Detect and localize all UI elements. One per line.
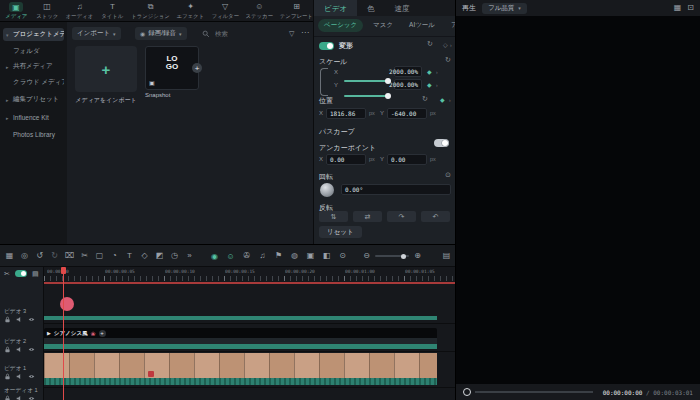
reset-scale-icon[interactable]: ↻: [445, 56, 451, 64]
tab-color[interactable]: 色: [357, 0, 385, 16]
reset-button[interactable]: リセット: [319, 226, 362, 238]
keyframe-icon[interactable]: ◆: [440, 96, 445, 103]
record-toggle-icon[interactable]: ◉: [210, 252, 219, 261]
media-item-thumbnail[interactable]: LO GO ▣ +: [145, 46, 199, 90]
record-dropdown[interactable]: ◉ 録画/録音 ▾: [135, 27, 187, 40]
render-preview-icon[interactable]: ◷: [170, 252, 179, 260]
position-y-value[interactable]: -640.00: [387, 108, 427, 119]
subtab-basic[interactable]: ベーシック: [318, 19, 363, 32]
marker-icon[interactable]: ⚑: [274, 252, 283, 260]
reset-position-icon[interactable]: ↻: [422, 95, 428, 103]
manage-tracks-icon[interactable]: ▦: [5, 252, 14, 260]
path-curve-toggle[interactable]: [434, 139, 449, 147]
tab-stickers[interactable]: ☺ ステッカー: [246, 2, 273, 21]
sidebar-item-shared-media[interactable]: ▸ 共有メディア: [3, 60, 64, 73]
scale-y-slider[interactable]: [344, 95, 389, 97]
mute-icon[interactable]: [16, 346, 23, 353]
quality-dropdown[interactable]: フル品質 ▾: [482, 3, 527, 14]
razor-icon[interactable]: ✂: [4, 270, 10, 277]
keyframe-icon[interactable]: ◇: [443, 41, 448, 48]
film-icon[interactable]: ▤: [32, 270, 39, 277]
undo-icon[interactable]: ↺: [35, 252, 44, 260]
video2-clip-bar[interactable]: [44, 344, 437, 349]
rotation-value[interactable]: 0.00°: [341, 184, 451, 195]
beauty-icon[interactable]: ☺: [226, 252, 235, 261]
split-icon[interactable]: ✂: [80, 252, 89, 260]
flip-vertical-button[interactable]: ⇅: [319, 211, 348, 222]
keyframe-circle-icon[interactable]: ⊙: [445, 171, 451, 179]
keyframe-tool-icon[interactable]: ◇: [140, 252, 149, 260]
video-viewport[interactable]: [456, 16, 700, 384]
scale-y-value[interactable]: 2000.00%: [394, 79, 422, 90]
zoom-out-icon[interactable]: ⊖: [362, 252, 371, 260]
scrubber-track[interactable]: [475, 391, 593, 393]
position-x-value[interactable]: 1816.86: [326, 108, 366, 119]
keyframe-icon[interactable]: ◆: [427, 81, 432, 88]
speed-icon[interactable]: ◔: [110, 252, 119, 260]
anchor-y-value[interactable]: 0.00: [387, 154, 427, 165]
crop-icon[interactable]: ▢: [95, 252, 104, 260]
add-to-timeline-button[interactable]: +: [192, 63, 202, 73]
visibility-icon[interactable]: [28, 346, 35, 353]
audio-sync-icon[interactable]: ♫: [258, 252, 267, 260]
sidebar-item-edit-presets[interactable]: ▸ 編集プリセット: [3, 93, 64, 106]
camera-icon[interactable]: ✇: [242, 252, 251, 260]
subtab-ai-tools[interactable]: AIツール: [403, 19, 441, 32]
subtab-mask[interactable]: マスク: [367, 19, 399, 32]
timeline-tracks-area[interactable]: 00:00:00 00:00:00:05 00:00:00:10 00:00:0…: [44, 267, 455, 400]
rotate-ccw-button[interactable]: ↶: [421, 211, 450, 222]
mute-icon[interactable]: [16, 316, 23, 323]
tab-audio[interactable]: ♫ オーディオ: [66, 2, 93, 21]
visibility-icon[interactable]: [28, 395, 35, 400]
video3-clip-bar[interactable]: [44, 316, 437, 320]
video1-clip-filmstrip[interactable]: [44, 353, 437, 378]
mute-icon[interactable]: [16, 373, 23, 380]
sidebar-item-project-media[interactable]: ▾ プロジェクトメディア: [3, 28, 64, 41]
link-scale-icon[interactable]: [320, 68, 328, 96]
search-input[interactable]: [213, 29, 297, 38]
video2-clip-header[interactable]: ▶ シアノシス風 ❀ +: [44, 328, 437, 338]
lock-icon[interactable]: [4, 373, 11, 380]
more-tools-icon[interactable]: »: [185, 252, 194, 260]
flip-horizontal-button[interactable]: ⇄: [353, 211, 382, 222]
playhead-line[interactable]: [63, 267, 64, 400]
sidebar-item-photos-library[interactable]: Photos Library: [3, 128, 64, 141]
import-dropdown[interactable]: インポート ▾: [72, 27, 121, 40]
filter-icon[interactable]: ▽: [289, 30, 294, 37]
track-header-toggle[interactable]: [15, 270, 27, 277]
tab-filters[interactable]: ▽ フィルター: [211, 2, 238, 21]
ruler-ticks[interactable]: [44, 276, 455, 281]
lock-icon[interactable]: [4, 395, 11, 400]
anchor-x-value[interactable]: 0.00: [326, 154, 366, 165]
tab-media[interactable]: ▣ メディア: [4, 2, 28, 21]
visibility-icon[interactable]: [28, 316, 35, 323]
sidebar-item-influence-kit[interactable]: ▸ Influence Kit: [3, 111, 64, 124]
mute-icon[interactable]: [16, 395, 23, 400]
rotation-dial[interactable]: [320, 183, 334, 197]
rotate-cw-button[interactable]: ↷: [387, 211, 416, 222]
import-media-tile[interactable]: +: [75, 46, 137, 92]
chroma-key-icon[interactable]: ◩: [155, 252, 164, 260]
tab-titles[interactable]: T タイトル: [100, 2, 124, 21]
more-options-icon[interactable]: ⋯: [301, 29, 309, 37]
zoom-in-icon[interactable]: ⊕: [413, 252, 422, 260]
voiceover-icon[interactable]: ◍: [290, 252, 299, 260]
transform-toggle[interactable]: [319, 42, 334, 50]
delete-icon[interactable]: ⌧: [65, 252, 74, 260]
zoom-slider[interactable]: [375, 255, 409, 257]
tab-stock[interactable]: ◫ ストック: [35, 2, 59, 21]
lock-icon[interactable]: [4, 346, 11, 353]
pip-icon[interactable]: ▣: [306, 252, 315, 260]
scrubber-handle[interactable]: [463, 388, 471, 396]
fullscreen-icon[interactable]: ⊡: [687, 4, 694, 12]
tab-speed[interactable]: 速度: [385, 0, 420, 16]
select-icon[interactable]: ◎: [20, 252, 29, 260]
redo-icon[interactable]: ↻: [50, 252, 59, 260]
tab-transitions[interactable]: ⧉ トランジション: [131, 2, 170, 21]
tab-templates[interactable]: ⊞ テンプレート: [280, 2, 313, 21]
add-effect-icon[interactable]: +: [99, 330, 106, 337]
visibility-icon[interactable]: [28, 373, 35, 380]
scale-x-slider[interactable]: [344, 80, 389, 82]
track-layout-icon[interactable]: ▤: [442, 252, 451, 260]
zoom-slider-handle[interactable]: [401, 254, 406, 259]
